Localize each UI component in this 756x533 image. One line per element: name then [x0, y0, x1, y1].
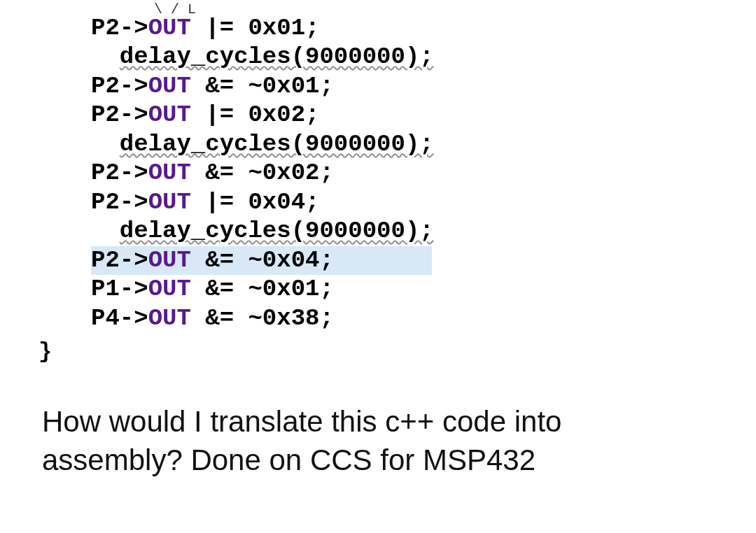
code-text: |= 0x01;: [191, 15, 320, 41]
code-line: P2->OUT &= ~0x04;: [91, 246, 756, 275]
code-text: &= ~0x02;: [191, 159, 334, 186]
code-text: &= ~0x01;: [191, 276, 334, 302]
port-field: OUT: [148, 189, 191, 215]
code-text: P2->: [91, 101, 148, 128]
code-line: P2->OUT &= ~0x01;: [91, 72, 756, 101]
highlighted-line: P2->OUT &= ~0x04;: [91, 246, 432, 275]
port-field: OUT: [148, 247, 191, 273]
code-line: P1->OUT &= ~0x01;: [91, 275, 756, 304]
code-block: P2->OUT |= 0x01; delay_cycles(9000000);P…: [91, 14, 756, 333]
code-line: delay_cycles(9000000);: [91, 217, 756, 246]
code-text: P2->: [91, 189, 148, 215]
code-text: P2->: [91, 15, 148, 41]
page-root: \ / L P2->OUT |= 0x01; delay_cycles(9000…: [0, 0, 756, 533]
delay-call: delay_cycles(9000000);: [120, 43, 434, 70]
code-text: &= ~0x38;: [191, 305, 334, 332]
code-line: P2->OUT &= ~0x02;: [91, 159, 756, 187]
code-line: P2->OUT |= 0x01;: [91, 14, 756, 43]
code-text: P1->: [91, 276, 148, 302]
question-line-1: How would I translate this c++ code into: [42, 403, 756, 441]
port-field: OUT: [148, 73, 191, 99]
code-line: P2->OUT |= 0x04;: [91, 188, 756, 217]
code-text: P2->: [91, 73, 148, 99]
code-line: delay_cycles(9000000);: [91, 43, 756, 71]
delay-call: delay_cycles(9000000);: [120, 131, 434, 157]
code-text: P4->: [91, 305, 148, 332]
port-field: OUT: [148, 15, 191, 41]
port-field: OUT: [148, 305, 191, 332]
port-field: OUT: [148, 101, 191, 128]
code-text: &= ~0x01;: [191, 73, 334, 99]
closing-brace: }: [38, 339, 756, 364]
question-text: How would I translate this c++ code into…: [42, 403, 756, 479]
code-text: P2->: [91, 159, 148, 186]
code-text: P2->: [91, 247, 148, 273]
code-line: delay_cycles(9000000);: [91, 130, 756, 159]
delay-call: delay_cycles(9000000);: [120, 218, 434, 244]
question-line-2: assembly? Done on CCS for MSP432: [42, 441, 756, 480]
code-line: P4->OUT &= ~0x38;: [91, 304, 756, 333]
code-line: P2->OUT |= 0x02;: [91, 101, 756, 129]
port-field: OUT: [148, 276, 191, 302]
code-text: &= ~0x04;: [191, 247, 334, 273]
code-text: |= 0x02;: [191, 101, 320, 128]
port-field: OUT: [148, 159, 191, 186]
code-text: |= 0x04;: [191, 189, 320, 215]
